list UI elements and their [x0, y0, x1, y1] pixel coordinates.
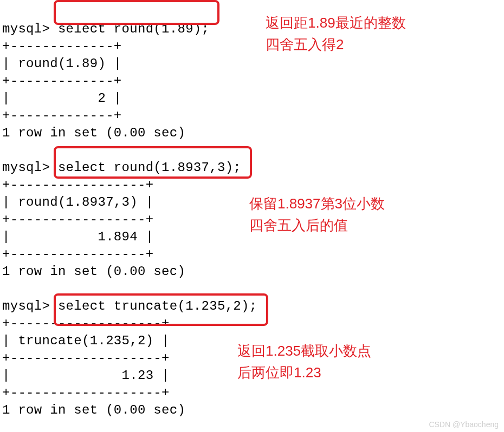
table-border: +-------------------+ [2, 385, 170, 400]
sql-command: select truncate(1.235,2); [50, 299, 257, 313]
sql-command: select round(1.8937,3); [50, 160, 241, 175]
annotation-1: 返回距1.89最近的整数 四舍五入得2 [266, 12, 406, 55]
table-value: | 1.23 | [2, 368, 170, 383]
annotation-line: 四舍五入后的值 [249, 217, 348, 233]
annotation-line: 后两位即1.23 [237, 364, 321, 381]
annotation-3: 返回1.235截取小数点 后两位即1.23 [237, 340, 371, 383]
table-header: | truncate(1.235,2) | [2, 333, 170, 348]
table-border: +-------------------+ [2, 351, 170, 365]
result-footer: 1 row in set (0.00 sec) [2, 403, 185, 417]
table-border: +-------------+ [2, 39, 122, 54]
table-header: | round(1.8937,3) | [2, 195, 153, 210]
annotation-line: 保留1.8937第3位小数 [249, 195, 385, 212]
table-value: | 1.894 | [2, 230, 153, 244]
blank-line [2, 143, 10, 158]
table-border: +-------------+ [2, 74, 122, 88]
table-value: | 2 | [2, 91, 122, 106]
table-header: | round(1.89) | [2, 56, 122, 71]
result-footer: 1 row in set (0.00 sec) [2, 126, 185, 140]
prompt: mysql> [2, 22, 50, 36]
prompt: mysql> [2, 160, 50, 175]
table-border: +-----------------+ [2, 178, 153, 192]
annotation-line: 四舍五入得2 [266, 36, 344, 53]
blank-line [2, 282, 10, 296]
sql-command: select round(1.89); [50, 22, 209, 36]
table-border: +-----------------+ [2, 212, 153, 227]
prompt: mysql> [2, 299, 50, 313]
annotation-2: 保留1.8937第3位小数 四舍五入后的值 [249, 193, 385, 236]
result-footer: 1 row in set (0.00 sec) [2, 264, 185, 279]
table-border: +-------------------+ [2, 316, 170, 331]
annotation-line: 返回1.235截取小数点 [237, 343, 371, 359]
table-border: +-----------------+ [2, 247, 153, 261]
annotation-line: 返回距1.89最近的整数 [266, 15, 406, 31]
table-border: +-------------+ [2, 108, 122, 123]
watermark: CSDN @Ybaocheng [429, 420, 499, 429]
